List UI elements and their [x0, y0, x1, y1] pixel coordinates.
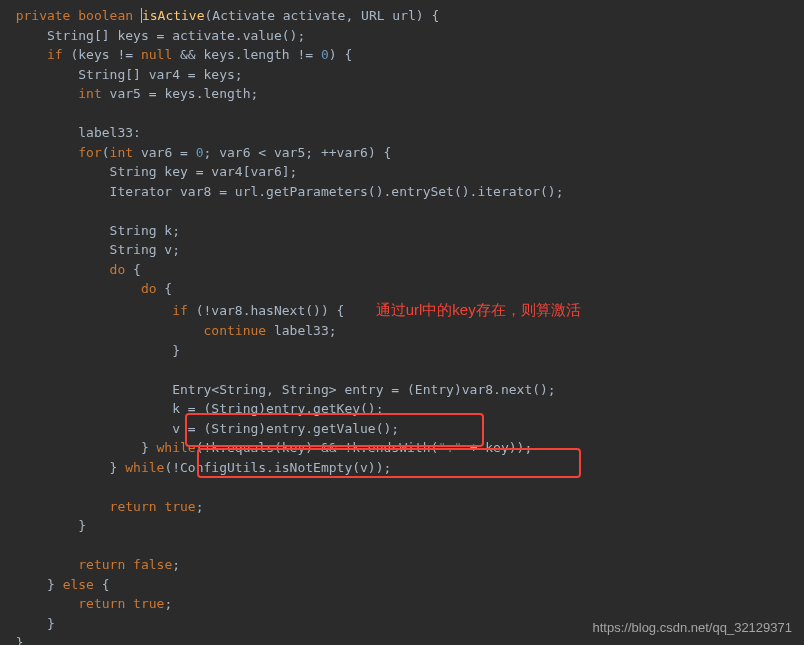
t: }: [16, 460, 126, 475]
kw-int: int: [110, 145, 133, 160]
kw-false: false: [133, 557, 172, 572]
line: String[] keys = activate.value();: [16, 28, 306, 43]
method-name: isActive: [142, 8, 205, 23]
num: 0: [321, 47, 329, 62]
line: k = (String)entry.getKey();: [16, 401, 384, 416]
kw-else: else: [63, 577, 94, 592]
t: (!var8.hasNext()) {: [188, 303, 345, 318]
line: }: [16, 616, 55, 631]
t: (!k.equals(key) && !k.endsWith(: [196, 440, 439, 455]
kw-while: while: [125, 460, 164, 475]
t: && keys.length !=: [172, 47, 321, 62]
kw-boolean: boolean: [78, 8, 133, 23]
t: {: [125, 262, 141, 277]
t: label33;: [266, 323, 336, 338]
t: (: [102, 145, 110, 160]
kw-while: while: [157, 440, 196, 455]
kw-do: do: [110, 262, 126, 277]
t: {: [94, 577, 110, 592]
kw-private: private: [16, 8, 71, 23]
kw-true: true: [133, 596, 164, 611]
line: }: [16, 518, 86, 533]
t: (keys !=: [63, 47, 141, 62]
t: var5 = keys.length;: [102, 86, 259, 101]
t: + key));: [462, 440, 532, 455]
str: ".": [438, 440, 461, 455]
num: 0: [196, 145, 204, 160]
code-block: private boolean isActive(Activate activa…: [0, 0, 804, 645]
t: ; var6 < var5; ++var6) {: [204, 145, 392, 160]
line: String k;: [16, 223, 180, 238]
annotation-text: 通过url中的key存在，则算激活: [376, 301, 581, 318]
t: }: [16, 577, 63, 592]
kw-for: for: [78, 145, 101, 160]
t: }: [16, 440, 157, 455]
kw-return: return: [110, 499, 157, 514]
t: ;: [172, 557, 180, 572]
line: String v;: [16, 242, 180, 257]
kw-continue: continue: [204, 323, 267, 338]
line: Iterator var8 = url.getParameters().entr…: [16, 184, 564, 199]
line: String key = var4[var6];: [16, 164, 298, 179]
kw-return: return: [78, 557, 125, 572]
t: ) {: [329, 47, 352, 62]
line: label33:: [16, 125, 141, 140]
line: Entry<String, String> entry = (Entry)var…: [16, 382, 556, 397]
kw-null: null: [141, 47, 172, 62]
kw-int: int: [78, 86, 101, 101]
kw-do: do: [141, 281, 157, 296]
t: (!ConfigUtils.isNotEmpty(v));: [164, 460, 391, 475]
kw-if: if: [172, 303, 188, 318]
t: {: [157, 281, 173, 296]
watermark: https://blog.csdn.net/qq_32129371: [593, 618, 793, 638]
kw-if: if: [47, 47, 63, 62]
line: v = (String)entry.getValue();: [16, 421, 400, 436]
t: ;: [164, 596, 172, 611]
kw-true: true: [164, 499, 195, 514]
params: (Activate activate, URL url) {: [205, 8, 440, 23]
t: var6 =: [133, 145, 196, 160]
t: ;: [196, 499, 204, 514]
line: }: [16, 343, 180, 358]
line: }: [16, 635, 24, 645]
line: String[] var4 = keys;: [16, 67, 243, 82]
kw-return: return: [78, 596, 125, 611]
